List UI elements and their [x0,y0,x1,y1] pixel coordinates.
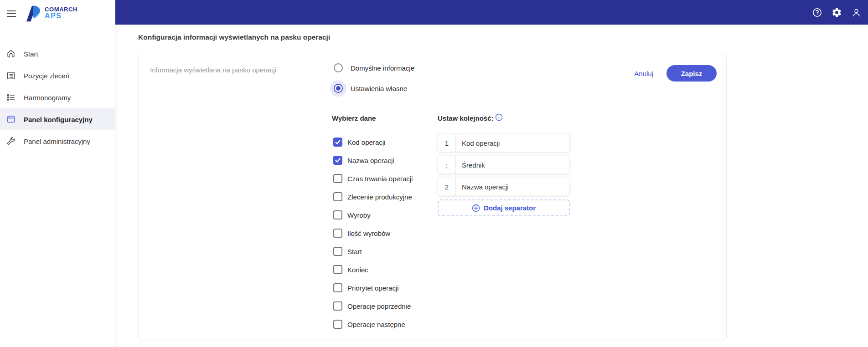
gear-icon[interactable] [832,7,842,18]
checkbox-item-koniec[interactable]: Koniec [332,260,413,279]
configuration-card: Informacja wyświetlana na pasku operacji… [138,54,727,340]
checkbox[interactable] [333,210,342,219]
page-title: Konfiguracja informacji wyświetlanych na… [138,33,868,41]
sidebar-item-label: Harmonogramy [24,94,71,102]
checkbox-label: Priorytet operacji [347,284,399,292]
help-icon[interactable] [812,7,822,18]
set-order-header: Ustaw kolejność: [438,114,570,122]
order-item-label: Średnik [456,156,485,174]
sidebar-nav: Start Pozycje zleceń [0,43,115,152]
checkbox-label: Koniec [347,266,368,274]
checkbox-label: Czas trwania operacji [347,175,413,183]
order-item-key: 2 [438,178,456,195]
comarch-logo-icon [23,3,41,24]
checkbox[interactable] [333,192,342,201]
checkbox-label: Operacje następne [347,321,405,328]
checkbox-item-operacje-nastepne[interactable]: Operacje następne [332,315,413,333]
order-item-key: 1 [438,134,456,152]
hamburger-menu-icon[interactable] [7,10,16,17]
app-window: COMARCH APS Start [0,0,868,347]
choose-data-title: Wybierz dane [332,114,413,122]
form-label: Informacja wyświetlana na pasku operacji [150,66,276,74]
add-separator-button[interactable]: Dodaj separator [438,199,570,216]
radio-halo [330,80,346,97]
sidebar-item-label: Start [24,50,38,58]
radio-label: Domyślne informacje [351,64,414,72]
plus-circle-icon [472,204,480,212]
order-item-label: Nazwa operacji [456,178,509,195]
order-list-item[interactable]: 2 Nazwa operacji [438,178,570,196]
checkbox[interactable] [333,247,342,256]
checkbox-item-priorytet-operacji[interactable]: Priorytet operacji [332,279,413,297]
checkbox-label: Nazwa operacji [347,157,394,164]
add-separator-label: Dodaj separator [484,204,536,212]
checkbox-item-zlecenie-produkcyjne[interactable]: Zlecenie produkcyjne [332,188,413,206]
checkbox-label: Kod operacji [347,138,385,146]
checkbox-item-ilosc-wyrobow[interactable]: Ilość wyrobów [332,224,413,242]
config-panel-icon [6,114,16,124]
checkbox-item-czas-trwania-operacji[interactable]: Czas trwania operacji [332,169,413,188]
logo-product: APS [45,12,78,20]
check-icon [335,157,341,163]
info-icon[interactable] [495,113,503,121]
checkbox[interactable] [333,174,342,183]
checkbox-item-nazwa-operacji[interactable]: Nazwa operacji [332,151,413,169]
checkbox-label: Start [347,248,362,255]
checkbox-item-operacje-poprzednie[interactable]: Operacje poprzednie [332,297,413,315]
logo-text: COMARCH APS [45,6,78,20]
page-content: Konfiguracja informacji wyświetlanych na… [115,25,868,347]
save-button[interactable]: Zapisz [666,65,717,82]
sidebar-item-label: Panel administracyjny [24,138,90,145]
checkbox[interactable] [333,320,342,329]
checkbox-item-wyroby[interactable]: Wyroby [332,206,413,224]
sidebar-item-label: Panel konfiguracyjny [24,116,93,123]
logo-company: COMARCH [45,6,78,13]
checkbox-item-kod-operacji[interactable]: Kod operacji [332,133,413,151]
check-icon [335,139,341,145]
display-info-radio-group: Domyślne informacje Ustawienia własne [330,60,414,97]
order-list: 1 Kod operacji ; Średnik 2 Nazwa operacj… [438,134,570,216]
radio-default-info[interactable]: Domyślne informacje [330,60,414,76]
checkbox-label: Zlecenie produkcyjne [347,193,412,201]
order-item-label: Kod operacji [456,134,500,152]
admin-panel-icon [6,136,16,146]
profile-icon[interactable] [851,7,862,18]
app-logo: COMARCH APS [23,0,78,24]
checkbox[interactable] [333,229,342,238]
order-item-key: ; [438,156,456,174]
checkbox[interactable] [333,138,342,147]
order-list-item[interactable]: 1 Kod operacji [438,134,570,152]
form-actions: Anuluj Zapisz [634,65,717,82]
checkbox[interactable] [333,301,342,311]
sidebar-item-label: Pozycje zleceń [24,72,69,80]
schedules-icon [6,92,16,102]
radio-circle[interactable] [334,63,343,72]
sidebar: COMARCH APS Start [0,0,115,347]
checkbox-label: Ilość wyrobów [347,230,390,237]
main-area: Konfiguracja informacji wyświetlanych na… [115,0,868,347]
checkbox-label: Operacje poprzednie [347,302,411,310]
set-order-title: Ustaw kolejność: [438,114,494,122]
radio-halo [330,60,346,76]
sidebar-item-start[interactable]: Start [0,43,115,65]
checkbox[interactable] [333,156,342,165]
sidebar-item-panel-konfiguracyjny[interactable]: Panel konfiguracyjny [0,108,115,130]
order-items-icon [6,71,16,81]
choose-data-section: Wybierz dane Kod operacji [332,114,413,333]
order-list-item[interactable]: ; Średnik [438,156,570,174]
topbar-icons [812,7,868,18]
radio-circle[interactable] [334,84,343,93]
radio-custom-settings[interactable]: Ustawienia własne [330,80,414,97]
sidebar-header: COMARCH APS [0,0,115,25]
home-icon [6,49,16,59]
cancel-button[interactable]: Anuluj [634,70,653,77]
checkbox[interactable] [333,283,342,292]
checkbox-item-start[interactable]: Start [332,242,413,260]
choose-data-list: Kod operacji Nazwa operacji [332,133,413,333]
sidebar-item-pozycje-zlecen[interactable]: Pozycje zleceń [0,65,115,87]
sidebar-item-panel-administracyjny[interactable]: Panel administracyjny [0,130,115,152]
checkbox[interactable] [333,265,342,274]
set-order-section: Ustaw kolejność: 1 Kod operacji [438,114,570,216]
sidebar-item-harmonogramy[interactable]: Harmonogramy [0,87,115,108]
radio-label: Ustawienia własne [351,85,407,92]
